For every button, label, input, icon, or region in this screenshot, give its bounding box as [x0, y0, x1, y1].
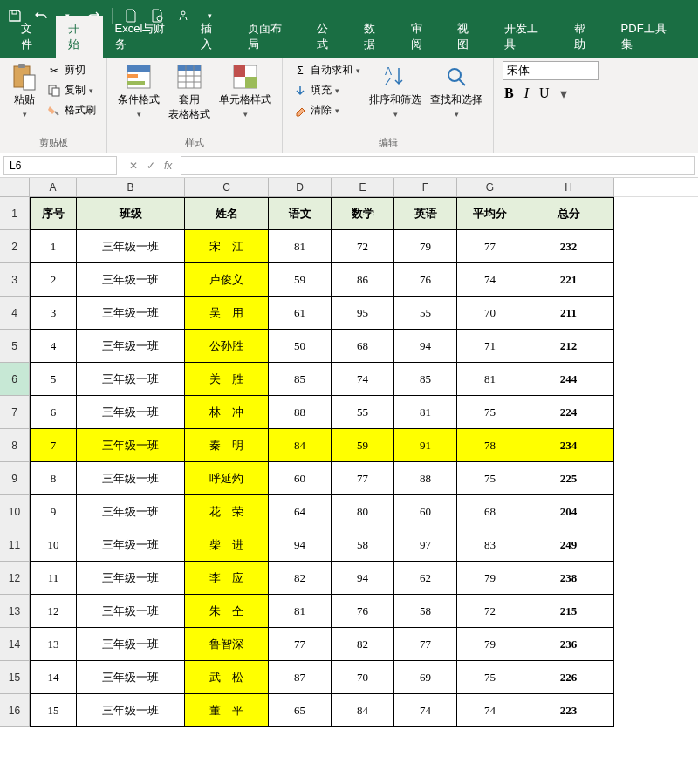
row-header-14[interactable]: 14 — [0, 628, 30, 661]
cell[interactable]: 79 — [457, 628, 524, 661]
tab-审阅[interactable]: 审阅 — [399, 16, 446, 58]
formula-bar[interactable] — [181, 156, 695, 175]
row-header-6[interactable]: 6 — [0, 363, 30, 396]
tab-视图[interactable]: 视图 — [445, 16, 492, 58]
cell[interactable]: 5 — [30, 363, 77, 396]
row-header-4[interactable]: 4 — [0, 297, 30, 330]
cell[interactable]: 59 — [269, 263, 332, 297]
cell[interactable]: 211 — [524, 297, 614, 330]
cell[interactable]: 81 — [394, 396, 457, 429]
cell[interactable]: 72 — [332, 230, 394, 263]
cell[interactable]: 234 — [524, 429, 614, 462]
conditional-format-button[interactable]: 条件格式▾ — [116, 61, 161, 121]
cell[interactable]: 55 — [394, 297, 457, 330]
col-header-E[interactable]: E — [332, 178, 394, 197]
cell[interactable]: 李 应 — [185, 562, 269, 595]
cell[interactable]: 58 — [394, 595, 457, 628]
cell[interactable]: 7 — [30, 429, 77, 462]
cell[interactable]: 59 — [332, 429, 394, 462]
find-select-button[interactable]: 查找和选择▾ — [428, 61, 484, 121]
cell[interactable]: 三年级一班 — [77, 562, 185, 595]
cell[interactable]: 三年级一班 — [77, 363, 185, 396]
cell[interactable]: 79 — [394, 230, 457, 263]
cell[interactable]: 吴 用 — [185, 297, 269, 330]
row-header-3[interactable]: 3 — [0, 263, 30, 297]
table-format-button[interactable]: 套用 表格格式 — [167, 61, 212, 124]
autosum-button[interactable]: Σ自动求和 ▾ — [291, 61, 362, 79]
cell[interactable]: 8 — [30, 462, 77, 495]
cell[interactable]: 76 — [394, 263, 457, 297]
cell[interactable]: 75 — [457, 661, 524, 694]
cell[interactable]: 60 — [394, 495, 457, 528]
cell[interactable]: 94 — [269, 528, 332, 562]
cell[interactable]: 86 — [332, 263, 394, 297]
cell[interactable]: 三年级一班 — [77, 495, 185, 528]
cell[interactable]: 三年级一班 — [77, 429, 185, 462]
cell[interactable]: 69 — [394, 661, 457, 694]
cell[interactable]: 58 — [332, 528, 394, 562]
cell[interactable]: 70 — [457, 297, 524, 330]
header-cell[interactable]: 英语 — [394, 197, 457, 230]
italic-button[interactable]: I — [524, 85, 529, 102]
tab-公式[interactable]: 公式 — [305, 16, 352, 58]
tab-帮助[interactable]: 帮助 — [562, 16, 609, 58]
cell[interactable]: 4 — [30, 330, 77, 363]
cell[interactable]: 204 — [524, 495, 614, 528]
cell[interactable]: 77 — [332, 462, 394, 495]
cell[interactable]: 78 — [457, 429, 524, 462]
cell[interactable]: 三年级一班 — [77, 661, 185, 694]
cell[interactable]: 77 — [457, 230, 524, 263]
cell[interactable]: 74 — [332, 363, 394, 396]
tab-开始[interactable]: 开始 — [56, 16, 103, 58]
cell[interactable]: 71 — [457, 330, 524, 363]
cell[interactable]: 10 — [30, 528, 77, 562]
bold-button[interactable]: B — [504, 85, 514, 102]
tab-页面布局[interactable]: 页面布局 — [236, 16, 305, 58]
cell[interactable]: 85 — [394, 363, 457, 396]
cell[interactable]: 212 — [524, 330, 614, 363]
cell[interactable]: 88 — [269, 396, 332, 429]
row-header-5[interactable]: 5 — [0, 330, 30, 363]
cell[interactable]: 11 — [30, 562, 77, 595]
header-cell[interactable]: 序号 — [30, 197, 77, 230]
fill-button[interactable]: 填充 ▾ — [291, 81, 362, 99]
col-header-A[interactable]: A — [30, 178, 77, 197]
cell[interactable]: 82 — [269, 562, 332, 595]
header-cell[interactable]: 总分 — [524, 197, 614, 230]
tab-开发工具[interactable]: 开发工具 — [492, 16, 562, 58]
cell[interactable]: 13 — [30, 628, 77, 661]
cell[interactable]: 244 — [524, 363, 614, 396]
cell[interactable]: 9 — [30, 495, 77, 528]
cancel-icon[interactable]: ✕ — [129, 160, 138, 172]
cell[interactable]: 55 — [332, 396, 394, 429]
row-header-8[interactable]: 8 — [0, 429, 30, 462]
col-header-D[interactable]: D — [269, 178, 332, 197]
cell[interactable]: 柴 进 — [185, 528, 269, 562]
cell[interactable]: 223 — [524, 694, 614, 727]
cell[interactable]: 宋 江 — [185, 230, 269, 263]
col-header-F[interactable]: F — [394, 178, 457, 197]
cell[interactable]: 公孙胜 — [185, 330, 269, 363]
copy-button[interactable]: 复制 ▾ — [45, 81, 98, 99]
cell[interactable]: 83 — [457, 528, 524, 562]
cell[interactable]: 226 — [524, 661, 614, 694]
cell[interactable]: 84 — [332, 694, 394, 727]
cell[interactable]: 74 — [457, 263, 524, 297]
tab-Excel与财务[interactable]: Excel与财务 — [103, 16, 188, 58]
row-header-16[interactable]: 16 — [0, 694, 30, 727]
cell[interactable]: 82 — [332, 628, 394, 661]
cell[interactable]: 三年级一班 — [77, 330, 185, 363]
row-header-15[interactable]: 15 — [0, 661, 30, 694]
row-header-2[interactable]: 2 — [0, 230, 30, 263]
cell[interactable]: 关 胜 — [185, 363, 269, 396]
cell[interactable]: 77 — [394, 628, 457, 661]
cell[interactable]: 武 松 — [185, 661, 269, 694]
cell-style-button[interactable]: 单元格样式▾ — [217, 61, 273, 121]
header-cell[interactable]: 班级 — [77, 197, 185, 230]
cell[interactable]: 95 — [332, 297, 394, 330]
tab-插入[interactable]: 插入 — [188, 16, 236, 58]
cell[interactable]: 72 — [457, 595, 524, 628]
cell[interactable]: 卢俊义 — [185, 263, 269, 297]
font-name-input[interactable] — [503, 61, 599, 80]
cell[interactable]: 80 — [332, 495, 394, 528]
